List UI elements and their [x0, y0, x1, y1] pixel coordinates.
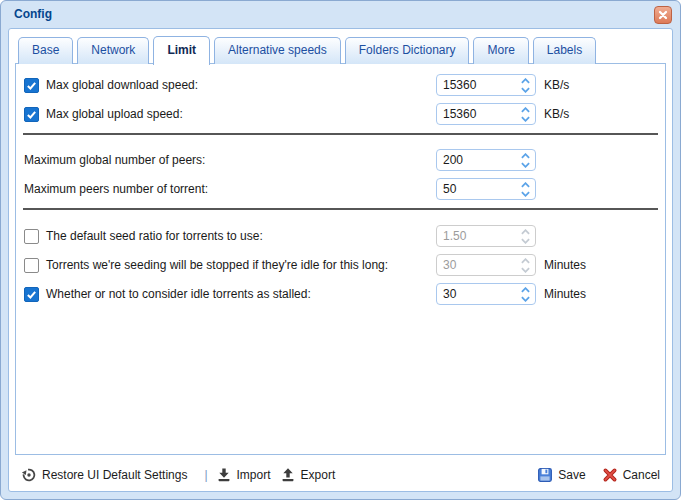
spinner-buttons [518, 104, 532, 124]
dialog-titlebar: Config [1, 1, 680, 28]
seed-ratio-spinner [436, 225, 536, 247]
tab-more[interactable]: More [473, 37, 528, 64]
idle-seed-stop-checkbox[interactable] [24, 258, 39, 273]
checkbox-check-icon [26, 80, 37, 91]
max-torrent-peers-input[interactable] [437, 179, 511, 199]
import-icon [216, 467, 232, 483]
spinner-up-button[interactable] [518, 257, 532, 264]
spinner-buttons [518, 150, 532, 170]
spinner-down-button[interactable] [518, 115, 532, 122]
setting-label: The default seed ratio for torrents to u… [46, 229, 263, 243]
limit-tab-panel: Max global download speed: KB/s Max glob… [15, 63, 666, 455]
max-download-speed-spinner [436, 74, 536, 96]
spinner-down-button[interactable] [518, 266, 532, 273]
idle-stalled-checkbox[interactable] [24, 287, 39, 302]
setting-label: Whether or not to consider idle torrents… [46, 287, 311, 301]
tab-bar: Base Network Limit Alternative speeds Fo… [9, 29, 672, 64]
unit-label: Minutes [544, 283, 586, 305]
idle-stalled-spinner [436, 283, 536, 305]
restore-defaults-label: Restore UI Default Settings [42, 468, 187, 482]
row-seed-ratio: The default seed ratio for torrents to u… [24, 225, 657, 247]
tab-folders-dictionary[interactable]: Folders Dictionary [345, 37, 470, 64]
unit-label: KB/s [544, 74, 569, 96]
cancel-label: Cancel [623, 468, 660, 482]
idle-seed-stop-spinner [436, 254, 536, 276]
footer-toolbar: Restore UI Default Settings | Import Exp [15, 457, 666, 493]
export-button[interactable]: Export [280, 467, 336, 483]
restore-icon [21, 467, 37, 483]
export-icon [280, 467, 296, 483]
spinner-buttons [518, 255, 532, 275]
dialog-title: Config [14, 7, 52, 21]
spinner-down-button[interactable] [518, 237, 532, 244]
tab-base[interactable]: Base [18, 37, 73, 64]
chevron-up-icon [521, 258, 530, 264]
setting-label: Maximum peers number of torrent: [24, 182, 208, 196]
spinner-down-button[interactable] [518, 86, 532, 93]
save-icon [537, 467, 553, 483]
max-global-peers-spinner [436, 149, 536, 171]
spinner-down-button[interactable] [518, 190, 532, 197]
cancel-button[interactable]: Cancel [602, 467, 660, 483]
setting-label: Max global download speed: [46, 78, 198, 92]
spinner-up-button[interactable] [518, 77, 532, 84]
row-max-global-peers: Maximum global number of peers: [24, 149, 657, 171]
export-label: Export [301, 468, 336, 482]
dialog-body: Base Network Limit Alternative speeds Fo… [8, 28, 673, 492]
spinner-buttons [518, 226, 532, 246]
spinner-up-button[interactable] [518, 152, 532, 159]
max-download-speed-input[interactable] [437, 75, 511, 95]
idle-seed-stop-input[interactable] [437, 255, 511, 275]
spinner-down-button[interactable] [518, 295, 532, 302]
seed-ratio-checkbox[interactable] [24, 229, 39, 244]
chevron-down-icon [521, 238, 530, 244]
chevron-down-icon [521, 116, 530, 122]
seed-ratio-input[interactable] [437, 226, 511, 246]
save-label: Save [558, 468, 585, 482]
import-label: Import [237, 468, 271, 482]
row-max-torrent-peers: Maximum peers number of torrent: [24, 178, 657, 200]
spinner-buttons [518, 179, 532, 199]
idle-stalled-input[interactable] [437, 284, 511, 304]
max-download-speed-checkbox[interactable] [24, 78, 39, 93]
spinner-up-button[interactable] [518, 181, 532, 188]
max-upload-speed-spinner [436, 103, 536, 125]
chevron-down-icon [521, 267, 530, 273]
spinner-up-button[interactable] [518, 106, 532, 113]
tab-network[interactable]: Network [77, 37, 149, 64]
footer-separator: | [204, 468, 207, 482]
chevron-up-icon [521, 287, 530, 293]
tab-limit[interactable]: Limit [153, 36, 210, 65]
chevron-down-icon [521, 191, 530, 197]
chevron-up-icon [521, 182, 530, 188]
tab-labels[interactable]: Labels [533, 37, 596, 64]
unit-label: Minutes [544, 254, 586, 276]
spinner-buttons [518, 284, 532, 304]
chevron-up-icon [521, 153, 530, 159]
setting-label: Maximum global number of peers: [24, 153, 205, 167]
chevron-down-icon [521, 162, 530, 168]
footer-right-group: Save Cancel [537, 467, 660, 483]
chevron-up-icon [521, 78, 530, 84]
max-global-peers-input[interactable] [437, 150, 511, 170]
chevron-up-icon [521, 107, 530, 113]
import-button[interactable]: Import [216, 467, 271, 483]
row-max-download-speed: Max global download speed: KB/s [24, 74, 657, 96]
restore-defaults-button[interactable]: Restore UI Default Settings [21, 467, 187, 483]
max-upload-speed-checkbox[interactable] [24, 107, 39, 122]
save-button[interactable]: Save [537, 467, 585, 483]
close-button[interactable] [654, 6, 672, 24]
max-upload-speed-input[interactable] [437, 104, 511, 124]
spinner-up-button[interactable] [518, 228, 532, 235]
unit-label: KB/s [544, 103, 569, 125]
footer-left-group: Restore UI Default Settings | Import Exp [21, 467, 344, 483]
spinner-up-button[interactable] [518, 286, 532, 293]
spinner-down-button[interactable] [518, 161, 532, 168]
chevron-down-icon [521, 296, 530, 302]
setting-label: Max global upload speed: [46, 107, 183, 121]
checkbox-check-icon [26, 109, 37, 120]
max-torrent-peers-spinner [436, 178, 536, 200]
row-max-upload-speed: Max global upload speed: KB/s [24, 103, 657, 125]
config-dialog: Config Base Network Limit Alternative sp… [0, 0, 681, 500]
tab-alternative-speeds[interactable]: Alternative speeds [214, 37, 341, 64]
